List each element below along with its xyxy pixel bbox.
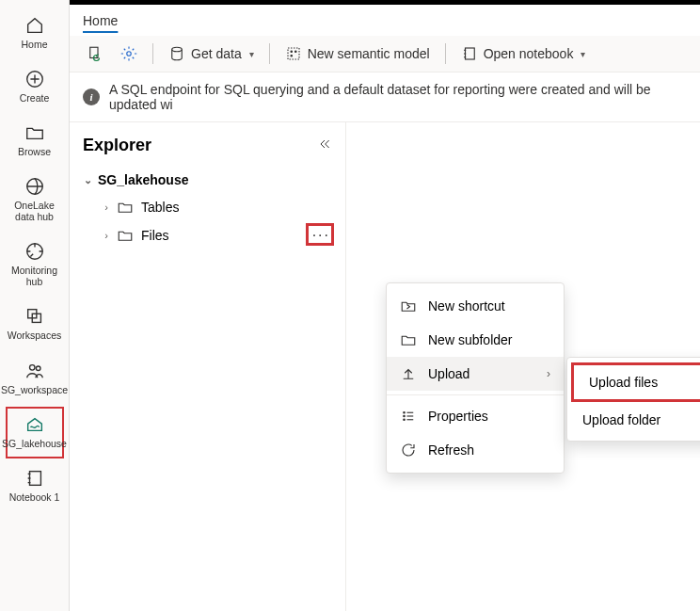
gear-icon	[120, 45, 137, 62]
nav-notebook-label: Notebook 1	[9, 491, 60, 503]
info-message: A SQL endpoint for SQL querying and a de…	[109, 82, 687, 112]
chevron-down-icon: ⌄	[81, 174, 94, 186]
svg-point-10	[172, 47, 183, 52]
ctx-properties[interactable]: Properties	[387, 399, 564, 433]
ctx-properties-label: Properties	[428, 409, 488, 424]
notebook-icon	[24, 468, 45, 489]
nav-onelake-label: OneLake data hub	[9, 200, 60, 222]
chevron-double-left-icon	[317, 137, 332, 152]
chevron-right-icon: ›	[100, 230, 113, 241]
toolbar-divider	[445, 43, 446, 64]
nav-sglakehouse[interactable]: SG_lakehouse	[6, 407, 64, 458]
shortcut-icon	[400, 297, 417, 314]
explorer-tree: ⌄ SG_lakehouse › Tables › Files ···	[70, 167, 345, 249]
svg-rect-11	[288, 48, 299, 59]
svg-rect-7	[29, 471, 40, 485]
svg-point-16	[404, 412, 406, 414]
collapse-explorer-button[interactable]	[317, 137, 332, 155]
nav-monitoring-label: Monitoring hub	[9, 265, 60, 287]
toolbar: Get data ▾ New semantic model Open noteb…	[70, 36, 700, 72]
chevron-down-icon: ▾	[581, 49, 585, 59]
nav-workspaces[interactable]: Workspaces	[6, 298, 64, 350]
nav-workspaces-label: Workspaces	[8, 330, 62, 341]
submenu-upload-folder[interactable]: Upload folder	[567, 403, 700, 437]
nav-browse[interactable]: Browse	[6, 115, 64, 167]
context-menu: New shortcut New subfolder Upload › Prop…	[386, 282, 565, 474]
nav-create[interactable]: Create	[6, 61, 64, 113]
svg-point-17	[404, 415, 406, 417]
nav-monitoring[interactable]: Monitoring hub	[6, 233, 64, 297]
explorer-title: Explorer	[83, 136, 151, 155]
model-icon	[285, 45, 302, 62]
submenu-upload-files-label: Upload files	[589, 375, 658, 390]
nav-home-label: Home	[21, 39, 47, 50]
tree-tables[interactable]: › Tables	[75, 193, 340, 221]
get-data-button[interactable]: Get data ▾	[165, 43, 258, 64]
database-icon	[168, 45, 185, 62]
nav-create-label: Create	[20, 92, 50, 104]
semantic-model-button[interactable]: New semantic model	[281, 43, 434, 64]
ctx-refresh[interactable]: Refresh	[387, 433, 564, 467]
folder-icon	[24, 122, 45, 143]
nav-sglakehouse-label: SG_lakehouse	[2, 438, 67, 449]
upload-submenu: Upload files Upload folder	[566, 357, 700, 442]
svg-point-6	[36, 365, 40, 370]
svg-point-9	[127, 52, 132, 56]
ctx-new-shortcut[interactable]: New shortcut	[387, 289, 564, 323]
svg-point-13	[294, 51, 296, 53]
svg-rect-15	[465, 48, 474, 59]
home-icon	[24, 15, 45, 36]
toolbar-divider	[269, 43, 270, 64]
main-area: Home Get data ▾ New semantic model	[70, 0, 700, 611]
breadcrumb: Home	[70, 5, 700, 36]
chevron-right-icon: ›	[100, 201, 113, 213]
settings-button[interactable]	[117, 43, 141, 64]
nav-notebook[interactable]: Notebook 1	[6, 460, 64, 512]
ctx-new-subfolder-label: New subfolder	[428, 332, 513, 347]
tree-files-label: Files	[141, 228, 169, 243]
submenu-upload-files[interactable]: Upload files	[571, 362, 700, 402]
get-data-label: Get data	[191, 46, 242, 61]
nav-onelake[interactable]: OneLake data hub	[6, 169, 64, 232]
ctx-upload[interactable]: Upload ›	[387, 357, 564, 391]
nav-sgworkspace-label: SG_workspace	[1, 384, 68, 395]
tree-files[interactable]: › Files ···	[75, 221, 340, 249]
refresh-icon	[400, 442, 417, 458]
ctx-upload-label: Upload	[428, 366, 469, 381]
tree-tables-label: Tables	[141, 200, 179, 215]
workspaces-icon	[24, 306, 45, 327]
svg-point-18	[404, 419, 406, 421]
ctx-refresh-label: Refresh	[428, 442, 474, 458]
svg-point-12	[291, 51, 293, 53]
open-notebook-label: Open notebook	[484, 46, 574, 61]
globe-arrow-icon	[24, 176, 45, 197]
nav-sgworkspace[interactable]: SG_workspace	[6, 353, 64, 405]
nav-home[interactable]: Home	[6, 8, 64, 59]
info-icon: i	[83, 88, 100, 105]
folder-icon	[400, 331, 417, 348]
breadcrumb-home[interactable]: Home	[83, 13, 118, 32]
tree-root-label: SG_lakehouse	[98, 172, 189, 187]
toolbar-divider	[152, 43, 153, 64]
ctx-new-subfolder[interactable]: New subfolder	[387, 323, 564, 357]
nav-browse-label: Browse	[18, 146, 51, 157]
people-icon	[24, 361, 45, 381]
chevron-down-icon: ▾	[249, 49, 254, 59]
monitoring-icon	[24, 241, 45, 262]
lakehouse-icon	[24, 414, 45, 435]
explorer-panel: Explorer ⌄ SG_lakehouse › Tables	[70, 122, 346, 611]
left-nav: Home Create Browse OneLake data hub Moni…	[0, 0, 70, 611]
info-bar: i A SQL endpoint for SQL querying and a …	[70, 72, 700, 122]
highlight-box	[306, 223, 334, 246]
plus-circle-icon	[24, 69, 45, 89]
tree-root[interactable]: ⌄ SG_lakehouse	[75, 167, 340, 193]
semantic-model-label: New semantic model	[308, 46, 430, 61]
chevron-right-icon: ›	[547, 367, 550, 380]
properties-icon	[400, 408, 417, 425]
menu-separator	[387, 394, 564, 395]
svg-point-5	[29, 364, 35, 370]
notebook-small-icon	[461, 45, 478, 62]
open-notebook-button[interactable]: Open notebook ▾	[457, 43, 590, 64]
folder-icon	[117, 227, 134, 244]
refresh-page-button[interactable]	[83, 43, 107, 64]
